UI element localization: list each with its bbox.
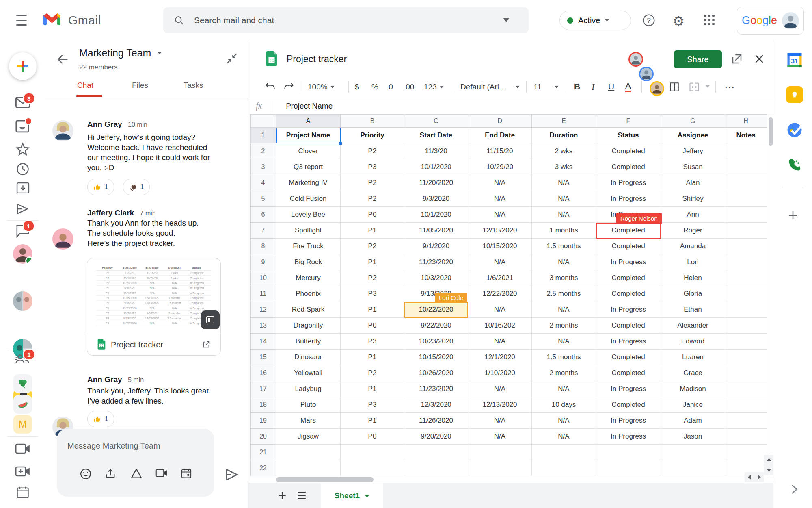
cell-A17[interactable]: Ladybug <box>276 381 341 397</box>
cell-A9[interactable]: Big Rock <box>276 254 341 270</box>
cell-G13[interactable]: Alexander <box>661 318 725 334</box>
reaction-clap[interactable]: 1 <box>123 179 150 195</box>
scroll-left-button[interactable] <box>745 472 754 482</box>
help-icon[interactable]: ? <box>642 14 655 27</box>
row-header-19[interactable]: 19 <box>250 413 276 429</box>
cell-B11[interactable]: P3 <box>341 286 404 302</box>
cell-F18[interactable]: Completed <box>596 397 661 413</box>
cell-H5[interactable] <box>725 191 767 207</box>
cell-E4[interactable]: N/A <box>532 175 596 191</box>
borders-icon[interactable] <box>669 82 680 92</box>
cell-F1[interactable]: Status <box>596 128 661 143</box>
close-icon[interactable] <box>753 53 765 65</box>
search-icon[interactable] <box>174 15 184 26</box>
user-avatar[interactable] <box>782 12 799 29</box>
cell-G7[interactable]: Roger <box>661 223 725 239</box>
cell-E22[interactable] <box>532 460 596 476</box>
row-header-5[interactable]: 5 <box>250 191 276 207</box>
cell-E6[interactable]: N/A <box>532 207 596 223</box>
italic-button[interactable]: I <box>592 82 594 92</box>
cell-D22[interactable] <box>468 460 532 476</box>
cell-B18[interactable]: P3 <box>341 397 404 413</box>
cell-F11[interactable]: Completed <box>596 286 661 302</box>
keep-app-icon[interactable] <box>786 86 803 103</box>
cell-F9[interactable]: In Progress <box>596 254 661 270</box>
open-in-new-icon[interactable] <box>202 340 211 349</box>
sent-icon[interactable] <box>15 202 30 216</box>
avatar-ann-gray[interactable] <box>52 120 73 141</box>
cell-A14[interactable]: Butterfly <box>276 334 341 350</box>
cell-C5[interactable]: 9/3/2020 <box>404 191 468 207</box>
scroll-down-button[interactable] <box>764 465 774 475</box>
cell-H8[interactable] <box>725 239 767 254</box>
cell-B4[interactable]: P2 <box>341 175 404 191</box>
collaborator-avatar-3[interactable] <box>650 81 664 96</box>
cell-G20[interactable]: Jason <box>661 429 725 445</box>
row-header-10[interactable]: 10 <box>250 270 276 286</box>
cell-B3[interactable]: P3 <box>341 159 404 175</box>
cell-E10[interactable]: 3 months <box>532 270 596 286</box>
row-header-7[interactable]: 7 <box>250 223 276 239</box>
cell-B7[interactable]: P1 <box>341 223 404 239</box>
cell-A22[interactable] <box>276 460 341 476</box>
cell-D14[interactable]: N/A <box>468 334 532 350</box>
cell-H1[interactable]: Notes <box>725 128 767 143</box>
search-options-caret-icon[interactable] <box>503 18 509 22</box>
cell-B16[interactable]: P2 <box>341 365 404 381</box>
cell-E3[interactable]: 3 wks <box>532 159 596 175</box>
cell-H4[interactable] <box>725 175 767 191</box>
cell-D9[interactable]: N/A <box>468 254 532 270</box>
tab-files[interactable]: Files <box>132 81 148 90</box>
inbox-icon[interactable] <box>15 120 30 133</box>
row-header-9[interactable]: 9 <box>250 254 276 270</box>
cell-C10[interactable]: 10/3/2020 <box>404 270 468 286</box>
col-header-B[interactable]: B <box>341 114 404 128</box>
cell-F14[interactable]: In Progress <box>596 334 661 350</box>
cell-B12[interactable]: P1 <box>341 302 404 318</box>
cell-E19[interactable]: N/A <box>532 413 596 429</box>
composer-input[interactable] <box>67 441 202 451</box>
row-header-6[interactable]: 6 <box>250 207 276 223</box>
cell-C15[interactable]: 10/15/2020 <box>404 350 468 365</box>
calendar-app-icon[interactable]: 31 <box>786 52 803 69</box>
attachment-card[interactable]: PriorityStart DateEnd DateDurationStatus… <box>87 258 221 356</box>
cell-E15[interactable]: 1.5 months <box>532 350 596 365</box>
cell-A10[interactable]: Mercury <box>276 270 341 286</box>
cell-E5[interactable]: N/A <box>532 191 596 207</box>
col-header-E[interactable]: E <box>532 114 596 128</box>
conversation-header[interactable]: Marketing Team <box>79 47 162 59</box>
cell-G21[interactable] <box>661 445 725 460</box>
underline-button[interactable]: U <box>608 82 614 91</box>
send-icon[interactable] <box>224 467 240 482</box>
cell-H20[interactable] <box>725 429 767 445</box>
grid-corner[interactable] <box>250 114 276 128</box>
new-meeting-icon[interactable] <box>15 465 30 478</box>
font-size-select[interactable]: 11 <box>533 82 559 91</box>
cell-C14[interactable]: 10/23/2020 <box>404 334 468 350</box>
cell-G2[interactable]: Jeffery <box>661 143 725 159</box>
meet-camera-icon[interactable] <box>15 443 30 455</box>
cell-A12[interactable]: Red Spark <box>276 302 341 318</box>
search-bar[interactable] <box>163 7 529 33</box>
cell-H14[interactable] <box>725 334 767 350</box>
cell-E18[interactable]: 10 days <box>532 397 596 413</box>
cell-D11[interactable]: 12/22/2020 <box>468 286 532 302</box>
cell-B10[interactable]: P2 <box>341 270 404 286</box>
col-header-F[interactable]: F <box>596 114 661 128</box>
cell-H10[interactable] <box>725 270 767 286</box>
calendar-invite-icon[interactable] <box>181 468 192 479</box>
cell-A3[interactable]: Q3 report <box>276 159 341 175</box>
cell-E20[interactable]: N/A <box>532 429 596 445</box>
increase-decimal-button[interactable]: .00 <box>404 82 414 91</box>
share-button[interactable]: Share <box>674 50 722 68</box>
font-select[interactable]: Default (Ari... <box>460 82 520 91</box>
cell-C3[interactable]: 10/1/2020 <box>404 159 468 175</box>
cell-B1[interactable]: Priority <box>341 128 404 143</box>
cell-B22[interactable] <box>341 460 404 476</box>
collaborator-avatar-1[interactable] <box>628 52 643 67</box>
row-header-15[interactable]: 15 <box>250 350 276 365</box>
collaborator-avatar-2[interactable] <box>639 67 654 81</box>
row-header-11[interactable]: 11 <box>250 286 276 302</box>
zoom-select[interactable]: 100% <box>308 82 335 91</box>
cell-D10[interactable]: 1/6/2021 <box>468 270 532 286</box>
